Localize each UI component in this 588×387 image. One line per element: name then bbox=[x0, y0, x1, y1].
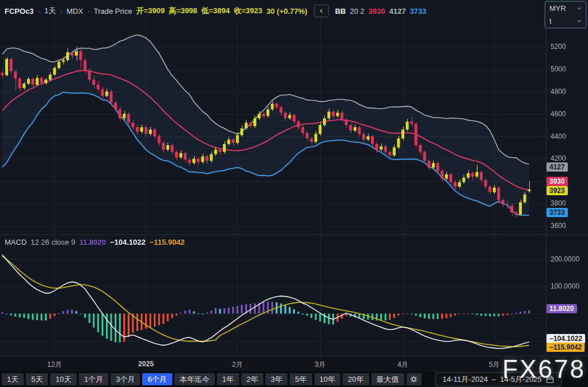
currency-dropdown[interactable]: MYR bbox=[545, 2, 586, 14]
currency-value: MYR bbox=[549, 4, 566, 13]
macd-indicator-name[interactable]: MACD bbox=[5, 238, 26, 246]
time-axis-label: 2025 bbox=[138, 360, 154, 368]
price-badge: 11.8020 bbox=[547, 304, 577, 313]
bb-params: 20 2 bbox=[350, 7, 364, 16]
ohlc-low: 低=3894 bbox=[201, 6, 230, 16]
macd-tick-label: 200.0000 bbox=[551, 255, 579, 263]
exchange-label: MDX bbox=[67, 7, 84, 16]
time-axis-label: 3月 bbox=[315, 360, 326, 370]
range-button-10天[interactable]: 10天 bbox=[50, 373, 76, 385]
price-badge: 3733 bbox=[547, 208, 568, 217]
price-tick-label: 3800 bbox=[551, 199, 566, 207]
calendar-icon bbox=[546, 375, 554, 384]
range-button-5年[interactable]: 5年 bbox=[290, 373, 312, 385]
symbol-name[interactable]: FCPOc3 bbox=[5, 7, 34, 16]
bb-lower-value: 3733 bbox=[410, 7, 427, 16]
price-tick-label: 5000 bbox=[551, 65, 566, 73]
macd-hist-value: 11.8020 bbox=[79, 238, 106, 246]
time-axis-label: 2月 bbox=[232, 360, 243, 370]
price-tick-label: 4800 bbox=[551, 88, 566, 96]
settings-button[interactable] bbox=[407, 373, 422, 385]
price-chart-canvas[interactable] bbox=[0, 18, 546, 235]
date-separator: – bbox=[492, 375, 496, 384]
unit-selector-box: MYR t bbox=[545, 1, 586, 28]
time-axis-separator bbox=[0, 356, 588, 356]
price-badge: 3930 bbox=[547, 177, 568, 186]
separator-dot: · bbox=[87, 7, 89, 16]
separator-dot: · bbox=[60, 7, 62, 16]
range-button-5天[interactable]: 5天 bbox=[26, 373, 48, 385]
time-axis-label: 5月 bbox=[489, 360, 500, 370]
time-axis[interactable]: 12月20252月3月4月5月 bbox=[0, 356, 588, 371]
price-tick-label: 4200 bbox=[551, 154, 566, 162]
unit-dropdown[interactable]: t bbox=[545, 14, 586, 27]
price-badge: 4127 bbox=[547, 162, 568, 172]
series-type-label: Trade Price bbox=[94, 7, 132, 16]
macd-tick-label: 100.0000 bbox=[551, 282, 579, 290]
unit-value: t bbox=[549, 17, 552, 25]
range-button-10年[interactable]: 10年 bbox=[314, 373, 340, 385]
date-range-field[interactable]: 14-11月-2024–14-5月-2025 bbox=[435, 372, 562, 386]
time-axis-label: 4月 bbox=[397, 360, 408, 370]
price-tick-label: 5200 bbox=[551, 43, 566, 51]
change-value: 30 (+0.77%) bbox=[267, 7, 308, 16]
chevron-down-icon bbox=[577, 20, 582, 22]
range-button-3年[interactable]: 3年 bbox=[265, 373, 287, 385]
macd-params: 12 26 close 9 bbox=[31, 238, 75, 246]
range-button-1个月[interactable]: 1个月 bbox=[79, 373, 108, 385]
range-button-1年[interactable]: 1年 bbox=[217, 373, 239, 385]
symbol-legend-row: FCPOc3 · 1天 · MDX · Trade Price 开=3909 高… bbox=[5, 5, 427, 17]
range-button-3个月[interactable]: 3个月 bbox=[111, 373, 140, 385]
range-button-20年[interactable]: 20年 bbox=[343, 373, 369, 385]
separator-dot: · bbox=[38, 7, 40, 16]
price-tick-label: 4400 bbox=[551, 132, 566, 141]
macd-line-value: −104.1022 bbox=[110, 238, 146, 246]
range-button-1天[interactable]: 1天 bbox=[2, 373, 24, 385]
bb-upper-value: 4127 bbox=[389, 7, 406, 16]
interval-label[interactable]: 1天 bbox=[44, 6, 56, 16]
bb-basis-value: 3930 bbox=[369, 7, 385, 16]
range-toolbar: 1天5天10天1个月3个月6个月本年迄今1年2年3年5年10年20年最大值14-… bbox=[0, 371, 588, 387]
price-tick-label: 4600 bbox=[551, 110, 566, 118]
chevron-down-icon bbox=[577, 7, 582, 10]
range-button-最大值[interactable]: 最大值 bbox=[371, 373, 404, 385]
macd-legend-row: MACD 12 26 close 9 11.8020 −104.1022 −11… bbox=[5, 238, 185, 246]
range-button-6个月[interactable]: 6个月 bbox=[142, 373, 172, 385]
price-tick-label: 3600 bbox=[551, 222, 566, 230]
date-from: 14-11月-2024 bbox=[443, 374, 488, 385]
macd-signal-value: −115.9042 bbox=[150, 238, 185, 246]
time-axis-label: 12月 bbox=[47, 360, 62, 370]
chevron-left-icon: ‹ bbox=[320, 5, 323, 15]
macd-chart-canvas[interactable] bbox=[0, 235, 546, 356]
ohlc-open: 开=3909 bbox=[136, 6, 165, 16]
price-badge: −115.9042 bbox=[547, 343, 585, 352]
price-badge: −104.1022 bbox=[547, 334, 585, 343]
gear-icon bbox=[410, 375, 418, 383]
ohlc-high: 高=3998 bbox=[169, 6, 198, 16]
date-to: 14-5月-2025 bbox=[500, 374, 541, 385]
ohlc-close: 收=3923 bbox=[234, 6, 263, 16]
range-button-本年迄今[interactable]: 本年迄今 bbox=[174, 373, 215, 385]
price-axis[interactable]: 52005000480046004400420038003600200.0000… bbox=[547, 0, 588, 356]
pane-separator[interactable] bbox=[0, 234, 588, 235]
bb-indicator-name[interactable]: BB bbox=[335, 7, 346, 16]
range-button-2年[interactable]: 2年 bbox=[241, 373, 263, 385]
trading-chart-app: FCPOc3 · 1天 · MDX · Trade Price 开=3909 高… bbox=[0, 0, 588, 387]
collapse-legend-button[interactable]: ‹ bbox=[314, 5, 329, 17]
price-badge: 3923 bbox=[547, 186, 568, 195]
